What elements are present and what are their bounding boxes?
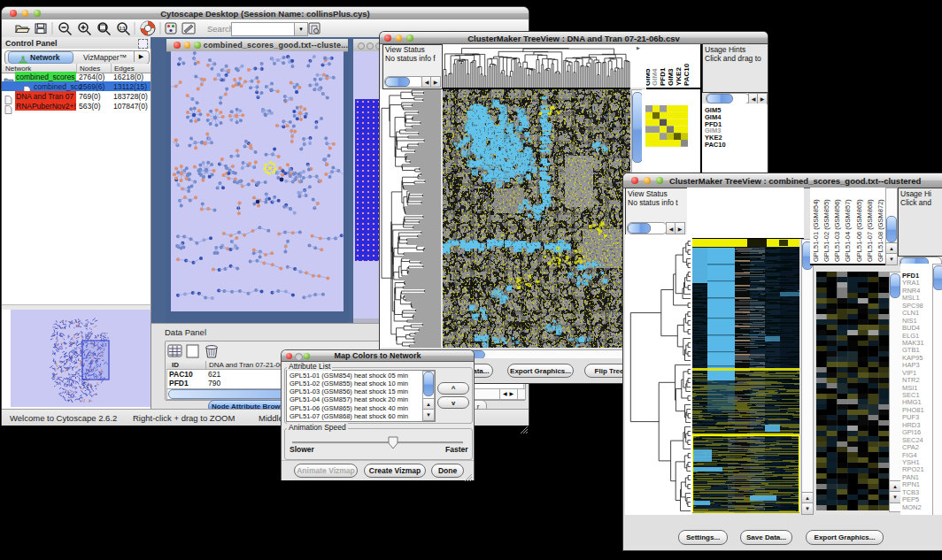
- svg-text:PAC10: PAC10: [683, 63, 691, 86]
- svg-text:GPL51-02 (GSM855): GPL51-02 (GSM855): [822, 199, 830, 262]
- svg-text:GPL51-01 (GSM854): GPL51-01 (GSM854): [812, 199, 820, 262]
- svg-text:GPL51-03 (GSM856): GPL51-03 (GSM856): [833, 199, 841, 262]
- svg-text:GIM3: GIM3: [667, 68, 675, 86]
- svg-text:GPL51-06 (GSM865): GPL51-06 (GSM865): [855, 199, 863, 262]
- svg-text:1:1: 1:1: [119, 26, 125, 31]
- svg-text:GPL51-08 (GSM872): GPL51-08 (GSM872): [876, 199, 884, 262]
- svg-text:PFD1: PFD1: [659, 67, 667, 86]
- svg-text:GPL51-07 (GSM868): GPL51-07 (GSM868): [866, 199, 874, 262]
- svg-text:YKE2: YKE2: [675, 67, 683, 86]
- svg-text:GPL51-04 (GSM857): GPL51-04 (GSM857): [844, 199, 852, 262]
- svg-text:GIM4: GIM4: [651, 68, 659, 86]
